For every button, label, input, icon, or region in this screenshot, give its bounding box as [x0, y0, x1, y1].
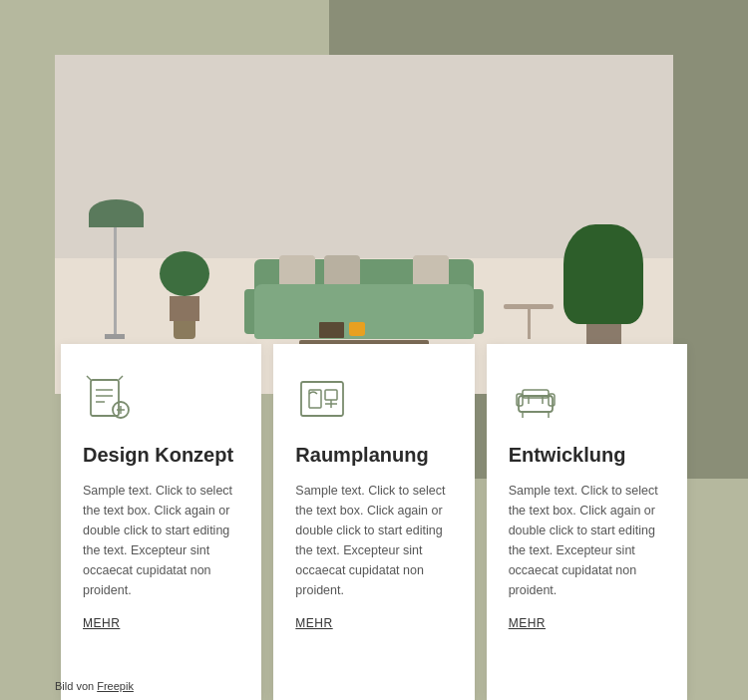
svg-line-8 — [119, 376, 123, 380]
svg-line-7 — [87, 376, 91, 380]
card-design-konzept-text: Sample text. Click to select the text bo… — [83, 481, 239, 600]
side-table — [504, 304, 554, 339]
cards-section: Design Konzept Sample text. Click to sel… — [0, 344, 748, 700]
page-background: Design Konzept Sample text. Click to sel… — [0, 0, 748, 700]
card-entwicklung-title: Entwicklung — [509, 444, 665, 467]
plant-left — [160, 251, 209, 339]
card-entwicklung-text: Sample text. Click to select the text bo… — [509, 481, 665, 600]
card-raumplanung-title: Raumplanung — [295, 444, 452, 467]
design-icon — [83, 372, 137, 426]
card-entwicklung: Entwicklung Sample text. Click to select… — [487, 344, 687, 700]
credit-prefix: Bild von — [55, 680, 97, 692]
hero-photo — [55, 55, 673, 394]
svg-rect-11 — [325, 390, 337, 400]
footer-credit: Bild von Freepik — [55, 680, 134, 692]
card-entwicklung-link[interactable]: MEHR — [509, 616, 665, 630]
card-raumplanung-text: Sample text. Click to select the text bo… — [295, 481, 452, 600]
sofa-icon — [509, 372, 562, 426]
credit-link[interactable]: Freepik — [97, 680, 134, 692]
card-design-konzept-title: Design Konzept — [83, 444, 239, 467]
floor-plan-icon — [295, 372, 349, 426]
svg-rect-0 — [91, 380, 119, 416]
card-design-konzept-link[interactable]: MEHR — [83, 616, 239, 630]
floor-lamp — [105, 204, 125, 339]
card-raumplanung: Raumplanung Sample text. Click to select… — [273, 344, 474, 700]
card-design-konzept: Design Konzept Sample text. Click to sel… — [61, 344, 261, 700]
plant-right — [563, 224, 643, 354]
card-raumplanung-link[interactable]: MEHR — [295, 616, 452, 630]
